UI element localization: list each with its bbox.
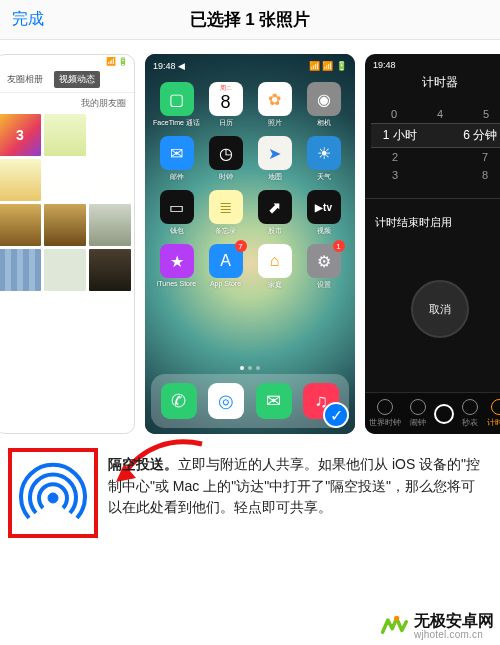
app-icon-备忘录: ≣备忘录 (202, 190, 249, 240)
picker-selected-row: 1 小时6 分钟 (371, 123, 500, 148)
dock: ✆◎✉♫ (151, 374, 349, 428)
statusbar: 19:48 ◀ 📶 📶 🔋 (145, 54, 355, 74)
thumbnail-moments-screenshot[interactable]: 📶 🔋 友圈相册 视频动态 我的朋友圈 3 (0, 54, 135, 434)
svg-point-0 (48, 493, 58, 503)
page-indicator (145, 362, 355, 374)
status-time: 19:48 (373, 60, 396, 70)
tab-timer: 计时器 (487, 399, 500, 428)
watermark-logo-icon (380, 613, 408, 641)
airdrop-row[interactable]: 隔空投送。立即与附近的人共享。如果他们从 iOS 设备的"控制中心"或 Mac … (8, 448, 486, 538)
tab-record (434, 404, 454, 424)
tab-alarm: 闹钟 (410, 399, 426, 428)
watermark-name: 无极安卓网 (414, 613, 494, 630)
cancel-button: 取消 (411, 280, 469, 338)
app-icon-照片: ✿照片 (251, 82, 298, 132)
end-sound-label: 计时结束时启用 (375, 215, 452, 230)
app-icon-设置: ⚙1设置 (300, 244, 347, 294)
moments-tabs: 友圈相册 视频动态 (0, 69, 134, 93)
tab-moments-album: 友圈相册 (2, 71, 48, 88)
dock-safari-icon: ◎ (208, 383, 244, 419)
app-icon-App Store: A7App Store (202, 244, 249, 294)
thumbnail-timer-screenshot[interactable]: 19:48 计时器 045 1 小时6 分钟 27 38 计时结束时启用 › 取… (365, 54, 500, 434)
tab-world-clock: 世界时钟 (369, 399, 401, 428)
grid-tile (44, 159, 86, 201)
app-icon-视频: ▶tv视频 (300, 190, 347, 240)
moments-photo-grid: 3 (0, 114, 134, 291)
tab-video-updates: 视频动态 (54, 71, 100, 88)
app-icon-iTunes Store: ★iTunes Store (153, 244, 200, 294)
grid-tile (0, 159, 41, 201)
grid-tile (89, 249, 131, 291)
app-icon-邮件: ✉邮件 (153, 136, 200, 186)
grid-tile (0, 249, 41, 291)
statusbar: 19:48 (365, 54, 500, 70)
app-icon-FaceTime 通话: ▢FaceTime 通话 (153, 82, 200, 132)
status-time: 19:48 ◀ (153, 61, 185, 71)
watermark-domain: wjhotel.com.cn (414, 630, 494, 641)
grid-tile (89, 114, 131, 156)
annotation-highlight-box (8, 448, 98, 538)
timer-title: 计时器 (365, 70, 500, 105)
svg-point-1 (394, 616, 399, 621)
home-app-grid: ▢FaceTime 通话周二8日历✿照片◉相机✉邮件◷时钟➤地图☀天气▭钱包≣备… (145, 74, 355, 362)
selection-checkmark-icon[interactable]: ✓ (323, 402, 349, 428)
photo-carousel[interactable]: 📶 🔋 友圈相册 视频动态 我的朋友圈 3 19:48 ◀ 📶 📶 (0, 40, 500, 440)
page-title: 已选择 1 张照片 (190, 8, 311, 31)
app-icon-相机: ◉相机 (300, 82, 347, 132)
app-icon-时钟: ◷时钟 (202, 136, 249, 186)
status-indicators: 📶 📶 🔋 (309, 61, 347, 71)
my-moments-label: 我的朋友圈 (0, 93, 134, 114)
done-button[interactable]: 完成 (12, 9, 44, 30)
timer-end-sound-row: 计时结束时启用 › (365, 198, 500, 230)
dock-messages-icon: ✉ (256, 383, 292, 419)
grid-tile (89, 204, 131, 246)
airdrop-title: 隔空投送。 (108, 456, 178, 472)
grid-tile: 3 (0, 114, 41, 156)
app-icon-钱包: ▭钱包 (153, 190, 200, 240)
grid-tile (44, 114, 86, 156)
app-icon-家庭: ⌂家庭 (251, 244, 298, 294)
airdrop-icon (18, 458, 88, 528)
time-picker: 045 1 小时6 分钟 27 38 (365, 105, 500, 184)
grid-tile (89, 159, 131, 201)
app-icon-天气: ☀天气 (300, 136, 347, 186)
watermark: 无极安卓网 wjhotel.com.cn (380, 613, 494, 641)
thumbnail-homescreen-selected[interactable]: 19:48 ◀ 📶 📶 🔋 ▢FaceTime 通话周二8日历✿照片◉相机✉邮件… (145, 54, 355, 434)
tab-stopwatch: 秒表 (462, 399, 478, 428)
app-icon-股市: ⬈股市 (251, 190, 298, 240)
clock-tabbar: 世界时钟 闹钟 秒表 计时器 (365, 392, 500, 434)
app-icon-日历: 周二8日历 (202, 82, 249, 132)
share-sheet-header: 完成 已选择 1 张照片 (0, 0, 500, 40)
statusbar: 📶 🔋 (0, 55, 134, 69)
app-icon-地图: ➤地图 (251, 136, 298, 186)
dock-phone-icon: ✆ (161, 383, 197, 419)
grid-tile (44, 204, 86, 246)
grid-tile (0, 204, 41, 246)
airdrop-description: 隔空投送。立即与附近的人共享。如果他们从 iOS 设备的"控制中心"或 Mac … (108, 448, 486, 519)
grid-tile (44, 249, 86, 291)
